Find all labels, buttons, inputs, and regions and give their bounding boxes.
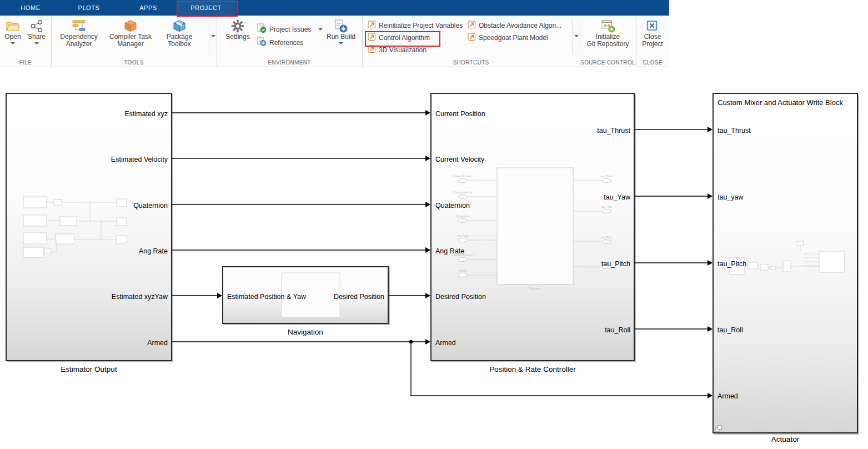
inner-port-label: Armed	[459, 269, 467, 272]
ribbon-section-tools: Dependency Analyzer Compiler Task Manage…	[51, 16, 217, 67]
shortcut-obstacle-avoidance[interactable]: Obstacle Avoidance Algori...	[468, 20, 561, 31]
shortcut-label: Speedgoat Plant Model	[479, 34, 548, 42]
tools-gallery-expand-button[interactable]	[209, 18, 217, 54]
port-current-velocity: Current Velocity	[435, 156, 484, 163]
share-button-label: Share	[28, 33, 46, 41]
ribbon-section-close: Close Project CLOSE	[636, 16, 669, 67]
toolstrip-tabbar: HOME PLOTS APPS PROJECT	[0, 0, 669, 16]
block-actuator[interactable]: Custom Mixer and Actuator Write Block ta…	[713, 93, 858, 433]
port-desired-position-out: Desired Position	[334, 293, 384, 301]
port-estimated-position-yaw: Estimated Position & Yaw	[227, 293, 306, 301]
block-navigation[interactable]: Estimated Position & Yaw Desired Positio…	[222, 266, 389, 324]
project-issues-label: Project Issues	[269, 26, 311, 33]
inner-port-label: Ang Rate	[457, 234, 469, 237]
open-folder-icon	[6, 18, 20, 33]
project-issues-button[interactable]: Project Issues	[257, 24, 323, 35]
close-project-icon	[646, 18, 659, 33]
section-label-environment: ENVIRONMENT	[217, 59, 362, 66]
dependency-analyzer-icon	[72, 18, 86, 33]
port-tau-pitch-in: tau_Pitch	[718, 260, 746, 268]
port-estimated-xyz: Estimated xyz	[124, 110, 168, 118]
shortcut-icon	[468, 21, 476, 31]
run-build-button[interactable]: Run Build	[324, 18, 358, 44]
caption-position-rate-controller: Position & Rate Controller	[430, 365, 635, 373]
port-desired-position: Desired Position	[435, 293, 486, 301]
port-armed: Armed	[147, 339, 168, 347]
port-tau-roll-in: tau_Roll	[718, 326, 743, 334]
shortcuts-gallery-expand-button[interactable]	[572, 18, 580, 54]
shortcut-label: Control Algorithm	[379, 34, 430, 42]
port-ang-rate-in: Ang Rate	[435, 247, 464, 255]
block-position-rate-controller[interactable]: Current Position Current Velocity Quater…	[430, 93, 635, 361]
port-tau-thrust-out: tau_Thrust	[597, 127, 630, 134]
initialize-git-repository-button[interactable]: Initialize Git Repository	[584, 18, 631, 48]
package-toolbox-label-line2: Toolbox	[168, 41, 190, 48]
project-issues-dropdown-caret[interactable]	[318, 28, 323, 31]
settings-button-label: Settings	[225, 33, 249, 41]
tab-plots[interactable]: PLOTS	[61, 0, 117, 16]
shortcut-speedgoat-plant-model[interactable]: Speedgoat Plant Model	[468, 32, 548, 43]
ribbon-section-file: Open Share FILE	[0, 16, 52, 67]
section-label-file: FILE	[0, 59, 51, 66]
run-build-dropdown-caret[interactable]	[339, 42, 343, 44]
git-repository-icon	[601, 18, 615, 33]
settings-gear-icon	[231, 18, 244, 33]
shortcut-reinitialize-project-variables[interactable]: Reinitialize Project Variables	[368, 20, 463, 31]
open-dropdown-caret[interactable]	[11, 42, 15, 44]
caption-navigation: Navigation	[222, 328, 389, 336]
shortcut-icon	[368, 33, 376, 43]
compiler-task-manager-label-line2: Manager	[117, 41, 143, 48]
close-project-button[interactable]: Close Project	[639, 18, 666, 48]
port-tau-yaw-in: tau_yaw	[718, 193, 744, 201]
tab-apps[interactable]: APPS	[118, 0, 178, 16]
port-tau-thrust-in: tau_Thrust	[718, 127, 751, 134]
port-quaternion: Quaternion	[133, 202, 168, 209]
ribbon-section-environment: Settings Project Issues References Run B…	[217, 16, 363, 67]
port-armed-in: Armed	[435, 339, 456, 347]
references-button[interactable]: References	[257, 37, 303, 48]
inner-port-label: tau_Pitch	[601, 236, 613, 239]
shortcut-label: 3D Visualization	[379, 46, 427, 54]
shortcut-icon	[368, 21, 376, 31]
tab-project[interactable]: PROJECT	[177, 0, 235, 16]
package-toolbox-button[interactable]: Package Toolbox	[161, 18, 198, 48]
tab-home[interactable]: HOME	[0, 0, 61, 16]
ribbon: Open Share FILE Dependency Analyzer Comp…	[0, 16, 669, 67]
inner-port-label: tau_Thrust	[600, 174, 614, 178]
shortcut-control-algorithm[interactable]: Control Algorithm	[368, 32, 430, 43]
share-button[interactable]: Share	[26, 18, 48, 44]
section-label-tools: TOOLS	[51, 59, 217, 66]
port-estimated-xyzyaw: Estimated xyzYaw	[112, 293, 168, 301]
section-label-source-control: SOURCE CONTROL	[580, 59, 636, 66]
inner-block-caption: Controller	[529, 287, 541, 290]
compiler-task-manager-button[interactable]: Compiler Task Manager	[106, 18, 155, 48]
tools-gallery-caret-icon	[211, 35, 215, 37]
project-issues-icon	[257, 23, 267, 36]
port-armed-actuator: Armed	[718, 392, 738, 400]
share-dropdown-caret[interactable]	[34, 42, 39, 44]
caption-actuator: Actuator	[713, 435, 858, 443]
dependency-analyzer-button[interactable]: Dependency Analyzer	[56, 18, 102, 48]
shortcut-icon	[468, 33, 476, 43]
package-toolbox-icon	[172, 18, 187, 33]
port-estimated-velocity: Estimated Velocity	[111, 156, 168, 163]
close-project-label-line2: Project	[642, 41, 663, 48]
settings-button[interactable]: Settings	[222, 18, 253, 41]
block-estimator-output[interactable]: Estimated xyz Estimated Velocity Quatern…	[6, 93, 172, 361]
port-tau-roll-out: tau_Roll	[605, 326, 630, 334]
inner-port-label: Current Position	[453, 174, 473, 178]
inner-port-label: Quaternion	[456, 214, 470, 218]
open-button-label: Open	[4, 33, 21, 41]
port-current-position: Current Position	[435, 110, 485, 118]
caption-estimator-output: Estimator Output	[6, 365, 172, 373]
references-label: References	[269, 39, 303, 47]
shortcuts-gallery-caret-icon	[574, 35, 579, 37]
shortcut-3d-visualization[interactable]: 3D Visualization	[368, 44, 427, 56]
section-label-close: CLOSE	[636, 59, 669, 66]
shortcut-label: Reinitialize Project Variables	[379, 22, 463, 29]
port-tau-yaw-out: tau_Yaw	[604, 193, 630, 201]
ribbon-section-source-control: Initialize Git Repository SOURCE CONTROL	[580, 16, 636, 67]
run-build-icon	[334, 18, 348, 33]
actuator-block-title: Custom Mixer and Actuator Write Block	[718, 98, 843, 107]
open-button[interactable]: Open	[2, 18, 23, 44]
